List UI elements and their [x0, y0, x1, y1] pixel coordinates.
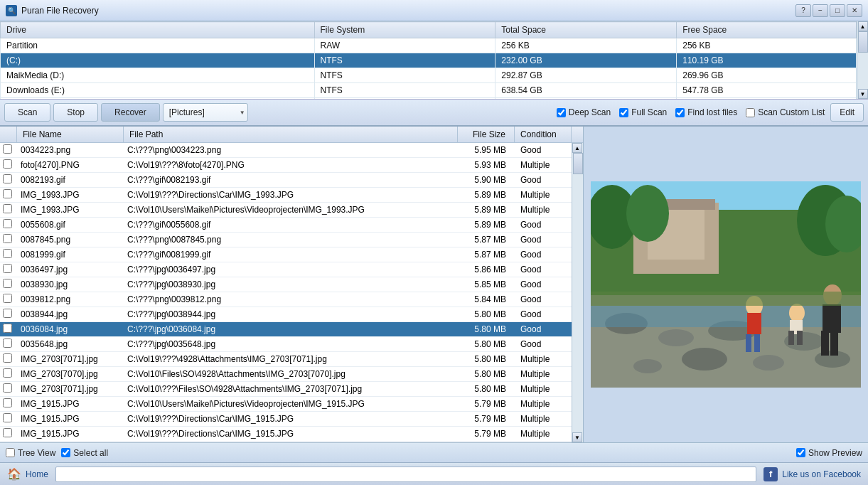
file-row-checkbox[interactable] [0, 188, 15, 202]
file-cell-condition: Multiple [515, 188, 572, 201]
file-row-checkbox[interactable] [0, 277, 15, 292]
home-button[interactable]: 🏠 Home [7, 467, 48, 481]
file-table-row[interactable]: 0036497.jpg C:\???\jpg\0036497.jpg 5.86 … [0, 262, 572, 277]
file-row-checkbox[interactable] [0, 143, 15, 157]
file-table-row[interactable]: IMG_2703[7070].jpg C:\Vol10\Files\SO\492… [0, 367, 572, 382]
filter-select[interactable]: [Pictures][Documents][All Files][Video][… [163, 103, 248, 122]
file-table-row[interactable]: 0036084.jpg C:\???\jpg\0036084.jpg 5.80 … [0, 322, 572, 337]
drive-cell-fs: NTFS [314, 68, 495, 83]
file-table-row[interactable]: IMG_1993.JPG C:\Vol19\???\Directions\Car… [0, 188, 572, 203]
file-table-row[interactable]: foto[4270].PNG C:\Vol19\???\8\foto[4270]… [0, 158, 572, 173]
file-cell-size: 5.85 MB [458, 278, 515, 291]
file-row-checkbox[interactable] [0, 382, 15, 396]
col-header-filesize[interactable]: File Size [458, 127, 515, 142]
minimize-button[interactable]: − [813, 4, 828, 17]
file-table-row[interactable]: 0055608.gif C:\???\gif\0055608.gif 5.89 … [0, 218, 572, 233]
drive-table-row[interactable]: Downloads (E:) NTFS 638.54 GB 547.78 GB [1, 83, 857, 98]
file-cell-name: IMG_1915.JPG [15, 398, 122, 410]
scroll-down-arrow[interactable]: ▼ [858, 89, 868, 99]
tree-view-checkbox[interactable] [6, 448, 15, 457]
drive-scrollbar[interactable]: ▲ ▼ [857, 21, 868, 99]
file-table-row[interactable]: IMG_1915.JPG C:\Vol19\???\Directions\Car… [0, 427, 572, 442]
find-lost-checkbox-group[interactable]: Find lost files [675, 107, 737, 117]
file-cell-size: 5.80 MB [458, 353, 515, 366]
col-header-drive[interactable]: Drive [1, 22, 315, 38]
file-table-row[interactable]: 0038930.jpg C:\???\jpg\0038930.jpg 5.85 … [0, 277, 572, 292]
file-row-checkbox[interactable] [0, 322, 15, 336]
full-scan-checkbox[interactable] [619, 108, 628, 117]
drive-table-row[interactable]: Partition RAW 256 KB 256 KB [1, 38, 857, 53]
file-table-row[interactable]: 0039812.png C:\???\png\0039812.png 5.84 … [0, 292, 572, 307]
drive-table-row[interactable]: MaikMedia (D:) NTFS 292.87 GB 269.96 GB [1, 68, 857, 83]
tree-view-checkbox-group[interactable]: Tree View [6, 448, 55, 458]
file-table-row[interactable]: IMG_2703[7071].jpg C:\Vol19\???\4928\Att… [0, 352, 572, 367]
facebook-button[interactable]: f Like us on Facebook [763, 467, 861, 481]
scan-custom-checkbox[interactable] [746, 108, 755, 117]
file-cell-name: IMG_2703[7071].jpg [15, 353, 122, 366]
col-header-filepath[interactable]: File Path [124, 127, 458, 142]
scroll-thumb[interactable] [858, 31, 868, 53]
find-lost-checkbox[interactable] [675, 108, 685, 117]
file-table-row[interactable]: 0082193.gif C:\???\gif\0082193.gif 5.90 … [0, 173, 572, 188]
scroll-up-arrow[interactable]: ▲ [858, 21, 868, 31]
select-all-checkbox[interactable] [61, 448, 70, 457]
file-row-checkbox[interactable] [0, 203, 15, 217]
stop-button[interactable]: Stop [53, 103, 98, 122]
show-preview-checkbox[interactable] [796, 448, 805, 457]
maximize-button[interactable]: □ [830, 4, 845, 17]
file-row-checkbox[interactable] [0, 262, 15, 277]
file-table-row[interactable]: 0081999.gif C:\???\gif\0081999.gif 5.87 … [0, 247, 572, 262]
file-scroll-thumb[interactable] [573, 153, 583, 174]
file-table-row[interactable]: 0034223.png C:\???\png\0034223.png 5.95 … [0, 143, 572, 158]
file-scroll-down[interactable]: ▼ [572, 432, 582, 442]
drive-cell-drive: Foto 's en Video 's (H:) [1, 98, 315, 100]
col-header-filename[interactable]: File Name [17, 127, 124, 142]
file-row-checkbox[interactable] [0, 247, 15, 262]
file-row-checkbox[interactable] [0, 412, 15, 426]
drive-table-row[interactable]: (C:) NTFS 232.00 GB 110.19 GB [1, 53, 857, 68]
file-row-checkbox[interactable] [0, 307, 15, 321]
col-header-condition[interactable]: Condition [515, 127, 572, 142]
close-button[interactable]: ✕ [847, 4, 862, 17]
help-button[interactable]: ? [795, 4, 811, 17]
full-scan-checkbox-group[interactable]: Full Scan [619, 107, 667, 117]
file-table-row[interactable]: 0035648.jpg C:\???\jpg\0035648.jpg 5.80 … [0, 337, 572, 352]
file-table-row[interactable]: IMG_1915.JPG C:\Vol10\Users\Maikel\Pictu… [0, 397, 572, 412]
file-row-checkbox[interactable] [0, 233, 15, 247]
file-table-row[interactable]: IMG_2703[7071].jpg C:\Vol10\???\Files\SO… [0, 382, 572, 397]
deep-scan-checkbox[interactable] [557, 108, 566, 117]
file-table-row[interactable]: 0087845.png C:\???\png\0087845.png 5.87 … [0, 233, 572, 247]
drive-cell-total: 292.87 GB [495, 68, 677, 83]
deep-scan-checkbox-group[interactable]: Deep Scan [557, 107, 611, 117]
file-cell-path: C:\???\png\0034223.png [122, 144, 458, 156]
col-header-total[interactable]: Total Space [495, 22, 677, 38]
file-cell-condition: Multiple [515, 412, 572, 425]
file-row-checkbox[interactable] [0, 292, 15, 307]
scan-custom-checkbox-group[interactable]: Scan Custom List [746, 107, 825, 117]
search-input[interactable] [55, 467, 756, 482]
svg-point-14 [682, 348, 727, 371]
file-row-checkbox[interactable] [0, 218, 15, 232]
show-preview-checkbox-group[interactable]: Show Preview [796, 448, 862, 458]
file-row-checkbox[interactable] [0, 173, 15, 187]
tree-view-label: Tree View [18, 448, 55, 458]
recover-button[interactable]: Recover [101, 103, 160, 122]
file-row-checkbox[interactable] [0, 337, 15, 351]
col-header-free[interactable]: Free Space [677, 22, 857, 38]
select-all-checkbox-group[interactable]: Select all [61, 448, 108, 458]
scan-button[interactable]: Scan [4, 103, 50, 122]
file-table-row[interactable]: 0038944.jpg C:\???\jpg\0038944.jpg 5.80 … [0, 307, 572, 322]
file-cell-path: C:\???\png\0087845.png [122, 233, 458, 246]
col-header-fs[interactable]: File System [314, 22, 495, 38]
file-scroll-up[interactable]: ▲ [572, 143, 582, 153]
file-table-row[interactable]: IMG_1993.JPG C:\Vol10\Users\Maikel\Pictu… [0, 203, 572, 218]
file-row-checkbox[interactable] [0, 397, 15, 411]
file-table-row[interactable]: IMG_1915.JPG C:\Vol19\???\Directions\Car… [0, 412, 572, 427]
file-row-checkbox[interactable] [0, 352, 15, 366]
file-row-checkbox[interactable] [0, 158, 15, 172]
edit-button[interactable]: Edit [830, 103, 864, 122]
file-row-checkbox[interactable] [0, 427, 15, 441]
file-row-checkbox[interactable] [0, 367, 15, 381]
file-list-scrollbar[interactable]: ▲ ▼ [572, 143, 583, 442]
drive-table-row[interactable]: Foto 's en Video 's (H:) NTFS 931.48 GB … [1, 98, 857, 100]
